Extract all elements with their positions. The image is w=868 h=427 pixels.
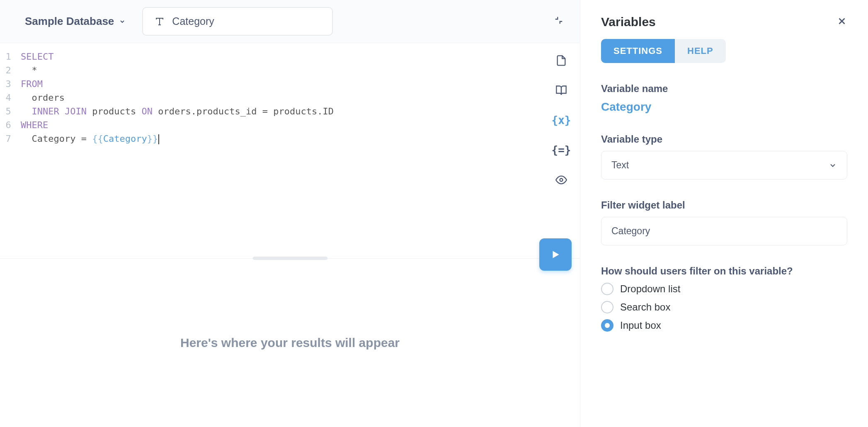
radio-label: Input box [620,320,661,331]
filter-widget-category[interactable]: Category [142,7,333,36]
filter-widget-label-label: Filter widget label [601,199,847,211]
snippet-sidebar-button[interactable]: {=} [554,143,569,158]
radio-input-box[interactable]: Input box [601,319,847,332]
radio-label: Search box [620,301,670,313]
document-icon [555,55,567,66]
variables-sidebar: Variables SETTINGS HELP Variable name Ca… [580,0,868,427]
contract-icon [554,16,563,25]
sidebar-tabs: SETTINGS HELP [601,39,726,63]
tab-settings[interactable]: SETTINGS [601,39,675,63]
filter-mode-radio-group: Dropdown list Search box Input box [601,283,847,332]
results-panel: Here's where your results will appear [0,259,580,427]
chevron-down-icon [119,18,126,25]
variable-type-select[interactable]: Text [601,151,847,180]
radio-icon [601,319,613,332]
variable-name-label: Variable name [601,83,847,95]
play-icon [550,249,561,260]
svg-point-2 [560,179,563,182]
filter-widget-label: Category [172,15,214,27]
data-reference-button[interactable] [554,53,569,68]
text-type-icon [155,17,165,27]
results-placeholder: Here's where your results will appear [180,336,400,350]
contract-editor-button[interactable] [554,16,563,27]
variable-type-value: Text [611,160,629,171]
filter-mode-label: How should users filter on this variable… [601,265,847,277]
query-topbar: Sample Database Category [0,0,580,43]
database-name: Sample Database [25,15,114,28]
snippets-button[interactable] [554,83,569,98]
database-picker[interactable]: Sample Database [25,15,126,28]
svg-marker-3 [553,251,559,258]
variables-button[interactable]: {x} [554,113,569,128]
radio-icon [601,283,613,295]
editor-resize-handle[interactable] [253,257,327,260]
snippet-icon: {=} [552,144,571,156]
editor-side-actions: {x} {=} [543,43,580,258]
filter-widget-label-value: Category [611,226,650,237]
tab-help[interactable]: HELP [675,39,726,63]
sql-code[interactable]: SELECT * FROM orders INNER JOIN products… [17,43,543,258]
filter-widget-label-input[interactable]: Category [601,217,847,245]
close-sidebar-button[interactable] [836,16,847,29]
radio-label: Dropdown list [620,283,680,295]
variable-icon: {x} [552,114,571,126]
run-query-button[interactable] [539,238,572,271]
sql-editor[interactable]: 1 2 3 4 5 6 7 SELECT * FROM orders INNER… [0,43,580,259]
variable-type-label: Variable type [601,133,847,145]
chevron-down-icon [829,161,837,170]
radio-icon [601,301,613,313]
eye-icon [555,174,567,186]
preview-button[interactable] [554,172,569,187]
sidebar-title: Variables [601,15,656,29]
radio-search-box[interactable]: Search box [601,301,847,313]
book-icon [555,85,567,96]
close-icon [836,16,847,27]
line-gutter: 1 2 3 4 5 6 7 [0,43,17,258]
radio-dropdown-list[interactable]: Dropdown list [601,283,847,295]
variable-name-value[interactable]: Category [601,100,847,114]
